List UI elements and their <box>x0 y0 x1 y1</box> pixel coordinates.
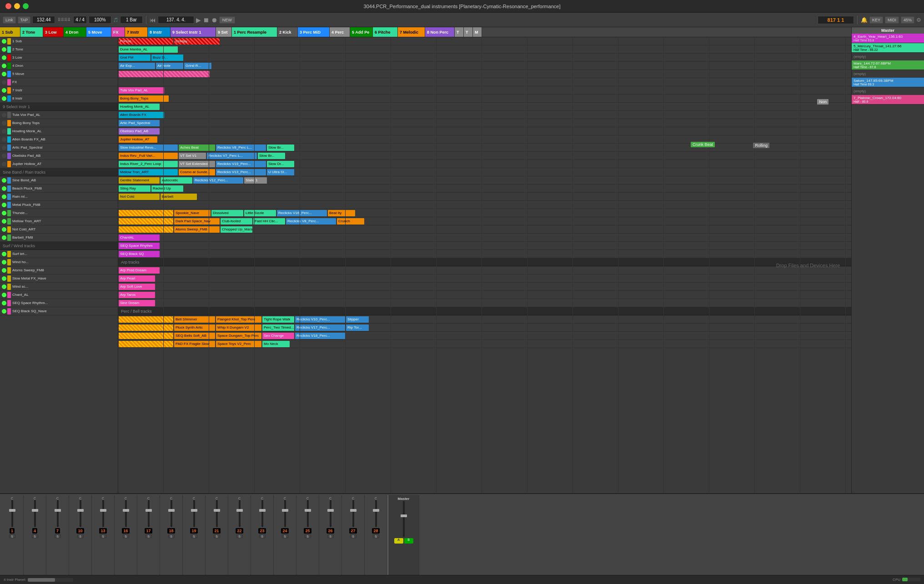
track-header-melodic[interactable]: 7 Melodic <box>398 27 425 37</box>
clip[interactable]: Arp Soft Love <box>119 284 155 290</box>
clip[interactable]: Reclicks V19_Perc... <box>216 161 266 167</box>
clip[interactable]: Mo Neck <box>262 341 290 347</box>
clip-chantel[interactable]: ChantAL <box>119 235 160 241</box>
track-header-nonperc[interactable]: 8 Non Perc <box>425 27 455 37</box>
clip[interactable] <box>119 210 173 216</box>
clip[interactable]: Reclicks V8_Perc L... <box>216 145 266 151</box>
track-active-btn[interactable] <box>2 186 6 191</box>
solo-btn[interactable]: S <box>191 534 197 538</box>
clip[interactable]: Grat FM <box>119 55 151 61</box>
track-active-btn[interactable] <box>2 80 6 85</box>
track-header-tone[interactable]: 2 Tone <box>20 27 43 37</box>
track-active-btn[interactable] <box>2 211 6 215</box>
clip[interactable]: Dune Mantra_AL <box>119 46 178 53</box>
track-header-pitche[interactable]: 6 Pitche <box>373 27 398 37</box>
master-clip-2[interactable]: 5_Mercury_Throat_141.27:66 Half Time - 6… <box>852 43 924 53</box>
clip[interactable]: Reclicks V10_Perc... <box>295 316 345 323</box>
midi-button[interactable]: MIDI <box>885 16 899 24</box>
settings-icon[interactable]: ⚙ <box>916 17 921 23</box>
master-clip-4[interactable]: Saturn_147.85:69.3BPM Half Time 69.3 <box>852 78 924 87</box>
clip[interactable]: Air Note <box>156 63 183 69</box>
fader-thumb[interactable] <box>9 509 15 512</box>
clip[interactable]: Bell Shimmer <box>174 316 215 323</box>
close-button[interactable] <box>5 3 11 9</box>
clip[interactable] <box>119 226 173 233</box>
clip[interactable]: Beat Ity <box>328 210 355 216</box>
clip[interactable] <box>119 316 173 323</box>
clip[interactable]: Porcus... <box>119 38 173 45</box>
track-active-btn[interactable] <box>2 178 6 183</box>
track-header-instr[interactable]: 7 Instr <box>125 27 148 37</box>
track-active-btn[interactable] <box>2 88 6 93</box>
track-active-btn[interactable] <box>2 64 6 68</box>
fader-thumb[interactable] <box>100 509 106 512</box>
fader-thumb[interactable] <box>55 509 61 512</box>
clip[interactable]: Fast HH Clic... <box>253 218 285 225</box>
track-active-btn[interactable] <box>2 219 6 224</box>
clip[interactable]: Space Toys V2_Perc <box>216 341 261 347</box>
master-clip-1[interactable]: 4_Earth_Year_Heart_136.1:63 Half Time 63… <box>852 34 924 43</box>
fader-thumb[interactable] <box>327 509 334 512</box>
track-header-instr2[interactable]: 8 Instr <box>148 27 171 37</box>
clip[interactable]: Atoms Sweep_FM8 <box>174 226 220 233</box>
fader-thumb[interactable] <box>77 509 84 512</box>
track-active-btn[interactable] <box>2 227 6 232</box>
fader-thumb[interactable] <box>236 509 243 512</box>
fader-thumb[interactable] <box>282 509 288 512</box>
clip[interactable]: Gentile Statement <box>119 177 160 184</box>
fader-thumb[interactable] <box>373 509 379 512</box>
clip[interactable]: Slow Br... <box>258 153 285 159</box>
clip[interactable]: Tight Rope Walk <box>262 316 294 323</box>
clip[interactable]: SEQ Black SQ <box>119 251 160 257</box>
clip[interactable]: Reclicks V13_Perc... <box>216 169 266 175</box>
clip[interactable]: Sine Dream <box>119 300 155 306</box>
track-header-select[interactable]: 9 Select Instr 1 <box>171 27 216 37</box>
bpm-display[interactable]: 132.44 <box>32 16 55 24</box>
track-active-btn[interactable] <box>2 145 6 150</box>
master-a-btn[interactable]: A <box>394 538 403 544</box>
fader-thumb[interactable] <box>146 509 152 512</box>
clip[interactable]: Space Dungam_Top Perc <box>216 333 261 339</box>
play-button[interactable]: ▶ <box>196 16 201 24</box>
link-button[interactable]: Link <box>3 16 16 24</box>
track-active-btn[interactable] <box>2 252 6 256</box>
track-header-sub[interactable]: 1 Sub <box>0 27 20 37</box>
clip[interactable]: VT Set Extended <box>179 161 215 167</box>
master-b-btn[interactable]: B <box>404 538 413 544</box>
track-header-m[interactable]: M <box>473 27 482 37</box>
track-active-btn[interactable] <box>2 195 6 199</box>
clip[interactable]: VT Set V1 <box>179 153 206 159</box>
track-header-set[interactable]: 9 Set <box>216 27 232 37</box>
clip[interactable]: Slow Br... <box>267 145 294 151</box>
solo-btn[interactable]: S <box>77 534 84 538</box>
track-active-btn[interactable] <box>2 113 6 117</box>
clip[interactable]: Dark Pad Space_Nav <box>174 218 220 225</box>
clip[interactable]: Creepy... <box>174 38 220 45</box>
solo-btn[interactable]: S <box>9 534 15 538</box>
maximize-button[interactable] <box>23 3 29 9</box>
track-active-btn[interactable] <box>2 47 6 52</box>
rewind-button[interactable]: ⏮ <box>150 16 156 24</box>
fader-thumb[interactable] <box>191 509 197 512</box>
track-header-t2[interactable]: T <box>464 27 473 37</box>
clip[interactable] <box>119 218 173 225</box>
clip[interactable] <box>119 333 173 339</box>
clip-crunk-beat[interactable]: Crunk Beat <box>691 142 715 147</box>
fader-thumb[interactable] <box>259 509 266 512</box>
percent-button[interactable]: 45% <box>901 16 914 24</box>
clip[interactable]: Static 1 <box>244 177 267 184</box>
track-active-btn[interactable] <box>2 276 6 281</box>
clip[interactable]: Pluck Synth Artic <box>174 324 215 331</box>
clip[interactable]: Air Exp... <box>119 63 155 69</box>
track-active-btn[interactable] <box>2 309 6 314</box>
clip-rolling[interactable]: Rolling <box>753 143 769 148</box>
clip[interactable] <box>119 324 173 331</box>
fader-thumb[interactable] <box>123 509 129 512</box>
track-active-btn[interactable] <box>2 162 6 166</box>
clip[interactable]: Slow Industrial Revo... <box>119 145 178 151</box>
master-fader-thumb[interactable] <box>401 514 407 517</box>
clip[interactable]: Chopped Up_Mars <box>221 226 252 233</box>
clip[interactable]: Racked Up <box>151 185 183 192</box>
track-active-btn[interactable] <box>2 235 6 240</box>
window-controls[interactable] <box>5 3 29 9</box>
